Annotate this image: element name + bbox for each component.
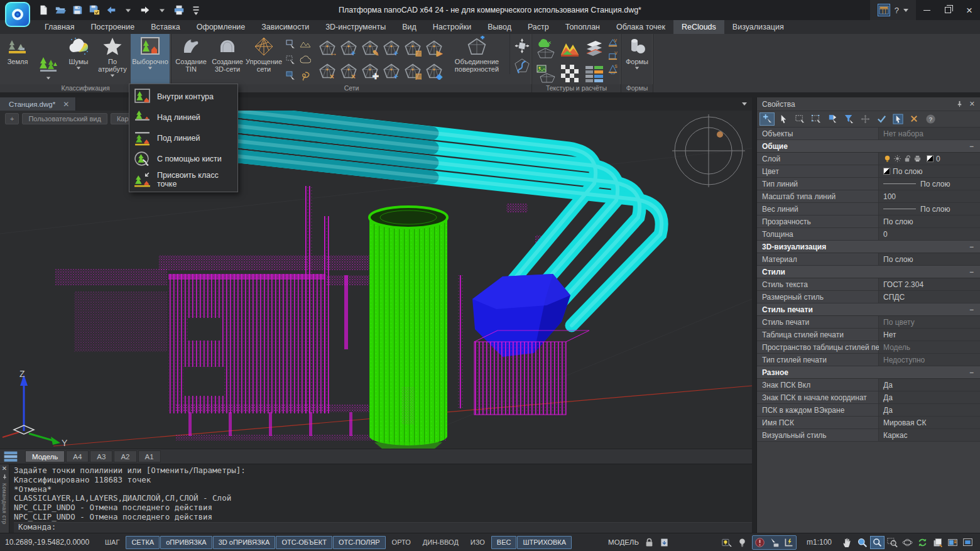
minimize-button[interactable]	[916, 0, 937, 20]
ribbon-tab-настройки[interactable]: Настройки	[425, 20, 479, 34]
property-value[interactable]: Да	[879, 404, 980, 416]
scale-3d-icon[interactable]	[514, 38, 530, 54]
mesh-break-line-icon[interactable]: +	[381, 36, 401, 59]
print-icon[interactable]	[172, 3, 186, 17]
ribbon-tab-reclouds[interactable]: ReClouds	[673, 20, 724, 34]
bulb-on-icon[interactable]	[883, 155, 891, 163]
viewport-canvas[interactable]: Z Y	[0, 111, 752, 449]
panel-splitter[interactable]	[752, 97, 756, 533]
regen-icon[interactable]	[915, 536, 930, 549]
cursor-box-icon[interactable]	[890, 112, 905, 126]
zoom-realtime-icon[interactable]	[870, 536, 885, 549]
mesh-add-edge-icon[interactable]: +	[381, 60, 401, 82]
cursor-plate-icon[interactable]	[767, 536, 781, 549]
model-space-button[interactable]: МОДЕЛЬ	[608, 538, 639, 546]
pin-icon[interactable]	[956, 101, 963, 107]
view-name-button[interactable]: Пользовательский вид	[22, 113, 107, 124]
ruler-lightning-icon[interactable]	[781, 536, 796, 549]
layout-tab-a2[interactable]: A2	[114, 450, 136, 462]
menu-item-above-line[interactable]: Над линией	[129, 107, 237, 128]
smooth-contour-icon[interactable]	[514, 58, 530, 74]
mesh-solid-icon[interactable]: ◆	[423, 60, 444, 82]
classify-area-icon[interactable]	[284, 37, 298, 52]
property-value[interactable]: По слою	[879, 165, 980, 177]
collapse-icon[interactable]: −	[969, 142, 974, 151]
viewport[interactable]: Z Y + Пользовательский вид Каркас	[0, 111, 752, 449]
pin-icon[interactable]	[2, 474, 8, 480]
property-value[interactable]: Недоступно	[879, 354, 980, 366]
select-poly-icon[interactable]	[808, 112, 824, 126]
command-history[interactable]: Задайте точки полилинии или [Отменить/Па…	[9, 464, 752, 533]
property-value[interactable]: 100	[879, 190, 980, 202]
property-value[interactable]: СПДС	[879, 291, 980, 303]
ribbon-tab-главная[interactable]: Главная	[36, 20, 83, 34]
collapse-icon[interactable]: −	[969, 368, 974, 377]
status-toggle-вес[interactable]: ВЕС	[491, 536, 517, 549]
properties-section-1[interactable]: Общие−	[757, 140, 980, 153]
ribbon-button-выборочно[interactable]: Выборочно	[131, 34, 170, 85]
collapse-icon[interactable]: −	[969, 305, 974, 314]
collapse-icon[interactable]: −	[969, 268, 974, 276]
select-rect-icon[interactable]	[792, 112, 807, 126]
cursor-icon[interactable]	[776, 112, 791, 126]
layout-tab-a3[interactable]: A3	[90, 450, 112, 462]
status-toggle-отс-объект[interactable]: ОТС-ОБЪЕКТ	[276, 536, 332, 549]
toolbar-more-icon[interactable]	[189, 3, 203, 17]
ribbon-button-земля[interactable]: Земля	[1, 34, 34, 85]
ribbon-tab-растр[interactable]: Растр	[520, 20, 557, 34]
dropdown-small-icon[interactable]	[121, 3, 135, 17]
move-gray-icon[interactable]	[858, 112, 873, 126]
status-toggle-3d-опривязка[interactable]: 3D оПРИВЯЗКА	[213, 536, 276, 549]
mesh-measure-icon[interactable]: ↔	[317, 36, 337, 59]
menu-item-brush[interactable]: С помощью кисти	[129, 148, 237, 169]
collapse-icon[interactable]: −	[969, 243, 974, 251]
status-toggle-шаг[interactable]: ШАГ	[99, 536, 125, 549]
paper-arrow-icon[interactable]	[657, 536, 672, 549]
command-panel-close-icon[interactable]: ✕	[2, 466, 7, 472]
new-file-icon[interactable]	[36, 3, 50, 17]
ribbon-tab-построение[interactable]: Построение	[83, 20, 143, 34]
zoom-window-icon[interactable]	[885, 536, 900, 549]
ribbon-tab-зависимости[interactable]: Зависимости	[253, 20, 317, 34]
sun-icon[interactable]	[893, 155, 901, 163]
property-value[interactable]: По слою	[879, 253, 980, 265]
slope-map-icon[interactable]	[582, 36, 606, 60]
ribbon-tab-топоплан[interactable]: Топоплан	[557, 20, 608, 34]
open-file-icon[interactable]	[53, 3, 67, 17]
light-cursor-icon[interactable]	[720, 536, 734, 549]
mesh-triangle-icon[interactable]: ▶	[423, 36, 444, 59]
elevation-map-icon[interactable]	[558, 36, 582, 60]
mesh-edit-icon[interactable]: ✎	[359, 36, 380, 59]
properties-section-19[interactable]: Разное−	[757, 366, 980, 379]
mesh-move-vertex-icon[interactable]: ✚	[359, 60, 380, 82]
ribbon-button-shapes[interactable]: Формы	[623, 34, 651, 85]
property-value[interactable]: 0	[879, 153, 980, 165]
mesh-delete-vertex-icon[interactable]: ×	[317, 60, 337, 82]
lasso-icon[interactable]	[298, 68, 312, 84]
ribbon-button-упрощение[interactable]: Упрощение сети	[246, 34, 282, 85]
annotation-scale[interactable]: m1:100	[807, 538, 832, 547]
dropdown-small-icon[interactable]	[155, 3, 169, 17]
property-value[interactable]: Да	[879, 379, 980, 391]
property-value[interactable]: По слою	[879, 215, 980, 227]
table-icon[interactable]	[878, 4, 890, 16]
property-value[interactable]: 0	[879, 228, 980, 240]
ribbon-button-по-атрибуту[interactable]: По атрибуту	[94, 34, 131, 85]
ribbon-tab-вывод[interactable]: Вывод	[479, 20, 520, 34]
status-toggle-изо[interactable]: ИЗО	[465, 536, 491, 549]
save-icon[interactable]	[70, 3, 84, 17]
volume-v2-icon[interactable]: V	[607, 50, 618, 61]
ribbon-button-union-surfaces[interactable]: Объединение поверхностей	[447, 34, 507, 85]
menu-item-below-line[interactable]: Под линией	[129, 128, 237, 148]
range-icon[interactable]	[298, 37, 312, 52]
status-toggle-отс-поляр[interactable]: ОТС-ПОЛЯР	[333, 536, 386, 549]
save-as-icon[interactable]	[87, 3, 101, 17]
layout-tab-a4[interactable]: A4	[66, 450, 89, 462]
restore-button[interactable]	[937, 0, 959, 20]
ribbon-tab-оформление[interactable]: Оформление	[188, 20, 254, 34]
cloud-surface-icon[interactable]	[533, 36, 557, 60]
command-prompt[interactable]: Команда:	[14, 522, 752, 533]
property-value[interactable]: Модель	[879, 341, 980, 353]
status-toggle-штриховка[interactable]: ШТРИХОВКА	[517, 536, 572, 549]
image-overlay-icon[interactable]	[533, 61, 557, 85]
